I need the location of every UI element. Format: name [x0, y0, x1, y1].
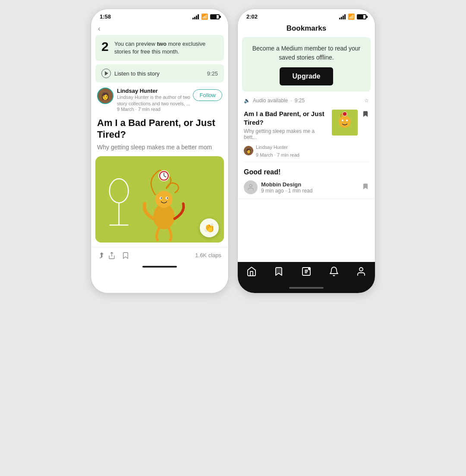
good-read-item: Mobbin Design 9 min ago · 1 min read: [238, 178, 375, 199]
svg-point-5: [155, 191, 173, 208]
battery-icon: [210, 14, 220, 19]
audio-left: Listen to this story: [101, 69, 160, 78]
follow-button[interactable]: Follow: [193, 89, 222, 101]
status-bar-1: 1:58 📶: [91, 9, 228, 22]
author-info: 👩 Lindsay Hunter Lindsay Hunter is the a…: [97, 88, 190, 112]
back-button[interactable]: ‹: [91, 22, 228, 35]
home-bar: [142, 266, 177, 268]
upgrade-button[interactable]: Upgrade: [280, 67, 334, 85]
bookmark-author-date-1: 9 March · 7 min read: [256, 152, 299, 158]
clap-fab-button[interactable]: 👏: [200, 218, 219, 237]
svg-point-16: [342, 120, 343, 121]
svg-point-17: [346, 120, 348, 121]
bookmark-subtitle-1: Why getting sleep makes me a bett...: [244, 128, 327, 140]
author-row: 👩 Lindsay Hunter Lindsay Hunter is the a…: [91, 86, 228, 115]
good-read-meta: 9 min ago · 1 min read: [261, 188, 312, 194]
speaker-icon: 🔈: [244, 98, 250, 104]
bookmark-item-1: Am I a Bad Parent, or Just Tired? Why ge…: [244, 106, 369, 162]
time-1: 1:58: [100, 13, 111, 20]
bookmark-toggle-1[interactable]: [362, 110, 369, 120]
preview-text: You can preview two more exclusive stori…: [114, 40, 218, 56]
home-bar-2: [289, 287, 324, 289]
battery-icon-2: [357, 14, 366, 19]
claps-count: 1.6K claps: [195, 252, 221, 258]
profile-icon: [356, 266, 366, 277]
bookmark-icon[interactable]: [122, 251, 129, 260]
phone-1: 1:58 📶 ‹ 2 You can preview two more excl…: [91, 9, 229, 293]
bookmark-meta-1: 🔈 Audio available · 9:25 ☆: [244, 98, 369, 104]
svg-point-15: [339, 116, 351, 128]
svg-point-18: [343, 112, 347, 116]
upgrade-text: Become a Medium member to read your save…: [248, 44, 365, 62]
signal-icon: [192, 14, 199, 19]
home-indicator-2: [238, 285, 375, 293]
write-icon: +: [301, 266, 312, 277]
bookmark-toggle-2[interactable]: [362, 182, 369, 193]
author-meta: 9 March · 7 min read: [117, 107, 190, 112]
article-title: Am I a Bad Parent, or Just Tired?: [91, 115, 228, 143]
bookmark-info-1: Am I a Bad Parent, or Just Tired? Why ge…: [244, 110, 327, 158]
nav-item-write[interactable]: +: [301, 266, 312, 277]
article-subtitle: Why getting sleep makes me a better mom: [91, 143, 228, 156]
bookmark-author-row-1: 👩 Lindsay Hunter 9 March · 7 min read: [244, 143, 327, 158]
separator: ·: [290, 98, 292, 104]
svg-point-9: [167, 197, 168, 199]
play-triangle-icon: [105, 71, 108, 76]
status-icons-2: 📶: [339, 13, 366, 20]
bookmark-avatar-1: 👩: [244, 146, 253, 155]
wifi-icon: 📶: [201, 13, 208, 20]
time-2: 2:02: [246, 13, 258, 20]
audio-available-label: Audio available: [253, 98, 288, 104]
audio-label: Listen to this story: [114, 70, 160, 77]
bookmark-author-meta-1: Lindsay Hunter 9 March · 7 min read: [256, 143, 299, 158]
bookmark-section-1: 🔈 Audio available · 9:25 ☆ Am I a Bad Pa…: [238, 96, 375, 164]
bookmark-duration: 9:25: [295, 98, 305, 104]
nav-item-bookmarks[interactable]: [274, 266, 284, 277]
star-icon[interactable]: ☆: [364, 98, 369, 104]
svg-point-26: [359, 268, 363, 271]
nav-item-profile[interactable]: [356, 266, 366, 277]
page-title: Bookmarks: [238, 22, 375, 37]
home-icon: [246, 266, 257, 277]
play-button[interactable]: [101, 69, 111, 78]
action-icons: ⮭: [98, 251, 129, 260]
nav-item-home[interactable]: [246, 266, 257, 277]
preview-count: 2: [101, 40, 110, 53]
good-read-author: Mobbin Design: [261, 181, 312, 188]
article-image: 👏: [95, 156, 224, 243]
bottom-nav: +: [238, 262, 375, 285]
bottom-actions: ⮭ 1.6K claps: [91, 247, 228, 263]
good-read-details: Mobbin Design 9 min ago · 1 min read: [261, 181, 312, 194]
author-details: Lindsay Hunter Lindsay Hunter is the aut…: [117, 88, 190, 112]
bookmark-title-1: Am I a Bad Parent, or Just Tired?: [244, 110, 327, 126]
bookmark-author-1: Lindsay Hunter: [256, 145, 288, 150]
bookmark-nav-icon: [274, 266, 284, 277]
author-name: Lindsay Hunter: [117, 88, 190, 94]
svg-point-8: [161, 197, 162, 199]
bell-icon: [329, 266, 339, 277]
svg-point-19: [249, 184, 252, 187]
author-avatar: 👩: [97, 88, 113, 104]
home-indicator: [91, 263, 228, 271]
good-read-left: Mobbin Design 9 min ago · 1 min read: [244, 180, 312, 194]
wifi-icon-2: 📶: [348, 13, 355, 20]
status-icons-1: 📶: [192, 13, 220, 20]
svg-text:+: +: [309, 268, 310, 270]
audio-bar[interactable]: Listen to this story 9:25: [95, 64, 224, 82]
author-bio: Lindsay Hunter is the author of two stor…: [117, 94, 190, 107]
upgrade-banner: Become a Medium member to read your save…: [242, 37, 371, 91]
audio-duration: 9:25: [207, 70, 218, 77]
bookmark-thumbnail-1: [332, 110, 358, 136]
share-icon[interactable]: ⮭: [98, 251, 116, 260]
phone-2: 2:02 📶 Bookmarks Become a Medium member …: [237, 9, 375, 293]
status-bar-2: 2:02 📶: [238, 9, 375, 22]
preview-banner: 2 You can preview two more exclusive sto…: [95, 35, 224, 61]
signal-icon-2: [339, 14, 346, 19]
phone2-content: Bookmarks Become a Medium member to read…: [238, 22, 375, 262]
good-read-avatar: [244, 180, 258, 194]
section-header-2: Good read!: [238, 164, 375, 178]
nav-item-notifications[interactable]: [329, 266, 339, 277]
